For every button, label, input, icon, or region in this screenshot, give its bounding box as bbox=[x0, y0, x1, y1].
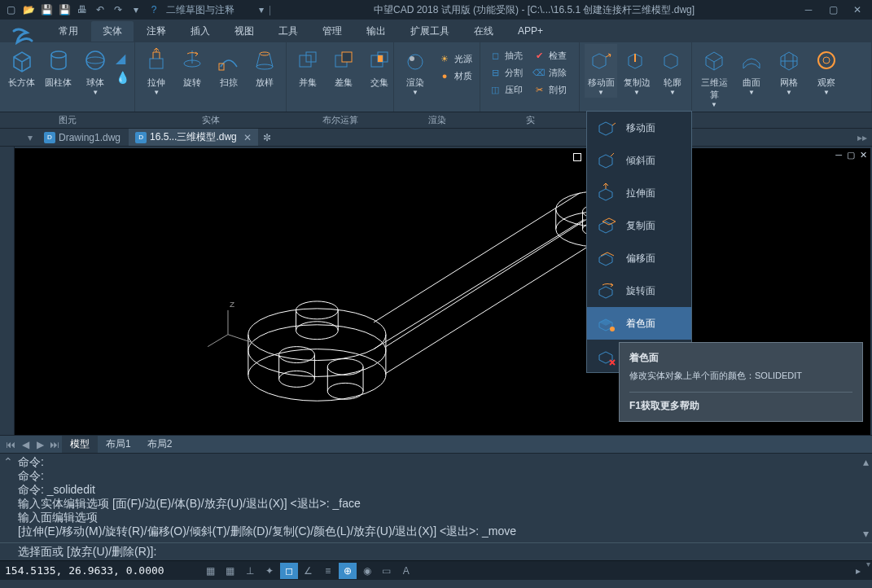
polysolid-icon[interactable]: ◢ bbox=[116, 50, 129, 66]
qat-new-icon[interactable]: ▢ bbox=[3, 2, 18, 17]
tab-管理[interactable]: 管理 bbox=[311, 21, 353, 42]
tooltip-title: 着色面 bbox=[629, 351, 852, 365]
section-button[interactable]: ✂剖切 bbox=[529, 81, 570, 98]
union-button[interactable]: 并集 bbox=[291, 44, 324, 90]
layout-tab-1[interactable]: 布局1 bbox=[98, 436, 139, 453]
colorface-icon bbox=[595, 312, 618, 335]
render-button[interactable]: 渲染▼ bbox=[399, 44, 432, 98]
cylinder-button[interactable]: 圆柱体 bbox=[42, 44, 75, 90]
menu-item-移动面[interactable]: 移动面 bbox=[587, 112, 691, 144]
workspace-selector[interactable]: 二维草图与注释 ▾ | bbox=[166, 3, 271, 17]
maximize-button[interactable]: ▢ bbox=[822, 2, 844, 18]
tab-扩展工具[interactable]: 扩展工具 bbox=[399, 21, 461, 42]
cmd-collapse-icon[interactable]: ⌃ bbox=[3, 455, 13, 469]
status-menu-icon[interactable]: ▸ bbox=[849, 563, 867, 579]
close-button[interactable]: ✕ bbox=[846, 2, 869, 18]
mesh-button[interactable]: 网格▼ bbox=[772, 44, 806, 98]
subtract-button[interactable]: 差集 bbox=[327, 44, 360, 90]
qat-redo-icon[interactable]: ↷ bbox=[111, 2, 125, 17]
tab-常用[interactable]: 常用 bbox=[47, 21, 90, 42]
sphere-button[interactable]: 球体▼ bbox=[79, 44, 112, 98]
section-icon: ✂ bbox=[532, 83, 546, 96]
tab-输出[interactable]: 输出 bbox=[355, 21, 397, 42]
qat-saveall-icon[interactable]: 💾 bbox=[57, 2, 72, 17]
qat-dropdown-icon[interactable]: ▾ bbox=[129, 2, 143, 17]
ortho-toggle[interactable]: ⊥ bbox=[241, 563, 259, 579]
wedge-icon[interactable]: 💧 bbox=[116, 71, 129, 84]
qat-open-icon[interactable]: 📂 bbox=[21, 2, 36, 17]
qat-save-icon[interactable]: 💾 bbox=[39, 2, 54, 17]
sweep-button[interactable]: 扫掠 bbox=[213, 44, 245, 90]
new-tab-button[interactable]: ✼ bbox=[260, 131, 274, 144]
dyn-toggle[interactable]: ⊕ bbox=[339, 563, 357, 579]
cmd-scroll-down-icon[interactable]: ▾ bbox=[863, 527, 869, 541]
tab-app[interactable]: APP+ bbox=[506, 22, 554, 40]
cycle-toggle[interactable]: ◉ bbox=[358, 563, 376, 579]
command-history[interactable]: ⌃ ▴ ▾ 命令: 命令: 命令: _solidedit 输入实体编辑选项 [面… bbox=[0, 454, 872, 542]
check-button[interactable]: ✔检查 bbox=[529, 47, 570, 64]
menu-item-复制面[interactable]: 复制面 bbox=[587, 209, 691, 242]
tab-视图[interactable]: 视图 bbox=[223, 21, 265, 42]
quick-access-toolbar: ▢ 📂 💾 💾 🖶 ↶ ↷ ▾ ? bbox=[3, 2, 161, 17]
render-icon bbox=[401, 46, 430, 75]
tab-实体[interactable]: 实体 bbox=[91, 21, 134, 42]
layout-tab-2[interactable]: 布局2 bbox=[139, 436, 181, 453]
close-tab-icon[interactable]: ✕ bbox=[243, 132, 252, 143]
layout-next-icon[interactable]: ▶ bbox=[33, 439, 47, 450]
tab-注释[interactable]: 注释 bbox=[135, 21, 177, 42]
grid-toggle[interactable]: ▦ bbox=[221, 563, 239, 579]
menu-item-旋转面[interactable]: 旋转面 bbox=[587, 274, 691, 307]
svg-point-19 bbox=[248, 349, 386, 402]
cmd-scroll-up-icon[interactable]: ▴ bbox=[863, 455, 869, 469]
qat-help-icon[interactable]: ? bbox=[147, 2, 161, 17]
light-button[interactable]: ☀光源 bbox=[435, 50, 475, 67]
menu-item-倾斜面[interactable]: 倾斜面 bbox=[587, 144, 691, 177]
intersect-button[interactable]: 交集 bbox=[363, 44, 396, 90]
layout-tab-model[interactable]: 模型 bbox=[62, 436, 98, 453]
titlebar: ▢ 📂 💾 💾 🖶 ↶ ↷ ▾ ? 二维草图与注释 ▾ | 中望CAD 2018… bbox=[0, 0, 872, 20]
split-button[interactable]: ⊟分割 bbox=[485, 64, 526, 81]
clean-button[interactable]: ⌫清除 bbox=[529, 64, 570, 81]
polar-toggle[interactable]: ✦ bbox=[261, 563, 278, 579]
otrack-toggle[interactable]: ∠ bbox=[300, 563, 318, 579]
extrudeface-icon bbox=[595, 182, 618, 204]
tab-在线[interactable]: 在线 bbox=[462, 21, 505, 42]
command-input[interactable] bbox=[156, 546, 869, 559]
lwt-toggle[interactable]: ≡ bbox=[319, 563, 337, 579]
profile-button[interactable]: 轮廓▼ bbox=[656, 44, 689, 98]
ribbon: 长方体 圆柱体 球体▼ ◢ 💧 拉伸▼ 旋转 扫掠 放样 bbox=[0, 42, 872, 112]
layout-last-icon[interactable]: ⏭ bbox=[47, 439, 62, 450]
tab-工具[interactable]: 工具 bbox=[267, 21, 309, 42]
tab-插入[interactable]: 插入 bbox=[179, 21, 221, 42]
doc-tab-model[interactable]: D 16.5...三维模型.dwg ✕ bbox=[129, 129, 258, 146]
model-toggle[interactable]: ▭ bbox=[378, 563, 396, 579]
op3d-button[interactable]: 三维运算▼ bbox=[697, 44, 731, 110]
layout-prev-icon[interactable]: ◀ bbox=[18, 439, 33, 450]
copyedge-button[interactable]: 复制边▼ bbox=[620, 44, 653, 98]
layout-first-icon[interactable]: ⏮ bbox=[3, 439, 18, 450]
moveface-button[interactable]: 移动面▼ bbox=[585, 44, 617, 98]
tab-scroll-right-icon[interactable]: ▸▸ bbox=[852, 132, 872, 143]
extrude-button[interactable]: 拉伸▼ bbox=[140, 44, 173, 98]
doc-tab-drawing1[interactable]: D Drawing1.dwg bbox=[37, 130, 127, 145]
loft-button[interactable]: 放样 bbox=[248, 44, 281, 90]
deleteface-icon bbox=[595, 344, 618, 367]
menu-item-偏移面[interactable]: 偏移面 bbox=[587, 242, 691, 274]
observe-button[interactable]: 观察▼ bbox=[809, 44, 844, 98]
material-button[interactable]: ●材质 bbox=[435, 68, 475, 84]
revolve-button[interactable]: 旋转 bbox=[176, 44, 208, 90]
menu-item-拉伸面[interactable]: 拉伸面 bbox=[587, 177, 691, 209]
osnap-toggle[interactable]: ◻ bbox=[280, 563, 298, 579]
qat-undo-icon[interactable]: ↶ bbox=[93, 2, 107, 17]
minimize-button[interactable]: ─ bbox=[797, 2, 820, 18]
menu-item-着色面[interactable]: 着色面 bbox=[587, 307, 691, 340]
anno-toggle[interactable]: A bbox=[397, 563, 415, 579]
imprint-button[interactable]: ◫压印 bbox=[485, 81, 526, 98]
surface-button[interactable]: 曲面▼ bbox=[734, 44, 769, 98]
snap-toggle[interactable]: ▦ bbox=[202, 563, 220, 579]
qat-print-icon[interactable]: 🖶 bbox=[75, 2, 90, 17]
tab-scroll-left-icon[interactable]: ▾ bbox=[24, 132, 36, 143]
cmd-resize-icon[interactable]: ▾ bbox=[866, 559, 870, 568]
shell-button[interactable]: ◻抽壳 bbox=[485, 47, 526, 64]
box-button[interactable]: 长方体 bbox=[5, 44, 38, 90]
